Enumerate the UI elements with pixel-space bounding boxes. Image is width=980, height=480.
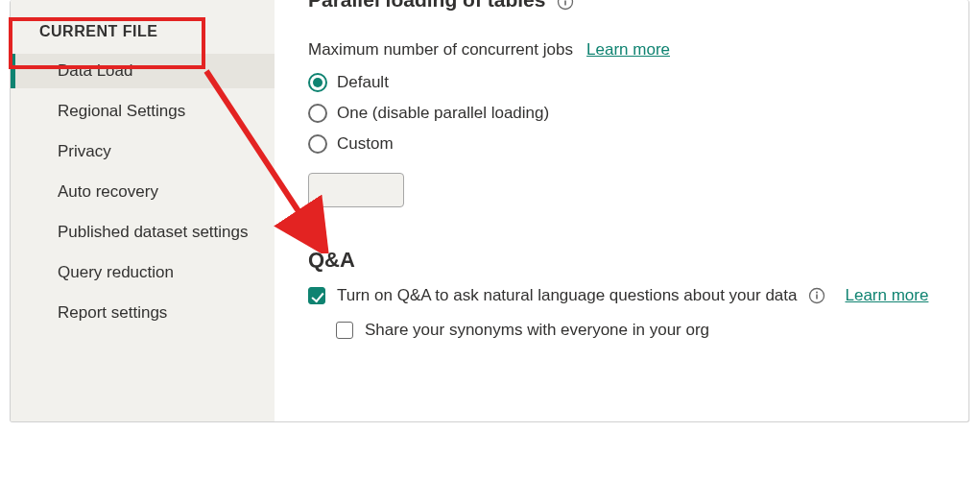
qa-heading: Q&A bbox=[308, 248, 355, 273]
sidebar-item-label: Query reduction bbox=[58, 263, 174, 281]
radio-custom[interactable]: Custom bbox=[308, 134, 549, 154]
radio-label: One (disable parallel loading) bbox=[337, 104, 549, 123]
max-concurrent-jobs-label: Maximum number of concurrent jobs Learn … bbox=[308, 40, 670, 60]
sidebar-section-header: CURRENT FILE bbox=[11, 10, 275, 54]
svg-rect-2 bbox=[564, 1, 566, 6]
sidebar-item-label: Report settings bbox=[58, 303, 167, 322]
sidebar-item-auto-recovery[interactable]: Auto recovery bbox=[11, 175, 275, 209]
sidebar-item-data-load[interactable]: Data Load bbox=[11, 54, 275, 88]
sidebar-item-published-dataset-settings[interactable]: Published dataset settings bbox=[11, 215, 275, 250]
sidebar: CURRENT FILE Data Load Regional Settings… bbox=[11, 0, 275, 421]
radio-icon bbox=[308, 134, 327, 154]
radio-default[interactable]: Default bbox=[308, 73, 549, 92]
sidebar-item-label: Privacy bbox=[58, 142, 111, 160]
sidebar-item-label: Regional Settings bbox=[58, 102, 185, 120]
sidebar-item-regional-settings[interactable]: Regional Settings bbox=[11, 94, 275, 129]
qa-enable-label: Turn on Q&A to ask natural language ques… bbox=[337, 286, 797, 305]
radio-icon bbox=[308, 104, 327, 123]
learn-more-link-parallel[interactable]: Learn more bbox=[586, 40, 670, 59]
sidebar-item-query-reduction[interactable]: Query reduction bbox=[11, 255, 275, 290]
radio-label: Default bbox=[337, 73, 389, 92]
info-icon[interactable] bbox=[808, 287, 825, 304]
svg-point-4 bbox=[816, 292, 818, 294]
radio-icon bbox=[308, 73, 327, 92]
radio-label: Custom bbox=[337, 134, 394, 154]
parallel-loading-heading: Parallel loading of tables bbox=[308, 0, 574, 12]
concurrent-jobs-radio-group: Default One (disable parallel loading) C… bbox=[308, 73, 549, 165]
learn-more-link-qa[interactable]: Learn more bbox=[845, 286, 928, 305]
sidebar-item-privacy[interactable]: Privacy bbox=[11, 134, 275, 169]
sidebar-item-label: Auto recovery bbox=[58, 182, 158, 201]
svg-rect-5 bbox=[817, 295, 819, 300]
sidebar-item-label: Data Load bbox=[58, 61, 132, 80]
sidebar-item-report-settings[interactable]: Report settings bbox=[11, 296, 275, 330]
custom-jobs-input[interactable] bbox=[308, 173, 404, 207]
qa-enable-checkbox[interactable] bbox=[308, 287, 325, 304]
sidebar-item-label: Published dataset settings bbox=[58, 223, 248, 241]
info-icon[interactable] bbox=[557, 0, 574, 10]
qa-share-synonyms-label: Share your synonyms with everyone in you… bbox=[365, 321, 709, 340]
radio-one[interactable]: One (disable parallel loading) bbox=[308, 104, 549, 123]
content-area: Parallel loading of tables Maximum numbe… bbox=[308, 0, 959, 421]
qa-share-synonyms-checkbox[interactable] bbox=[336, 322, 353, 339]
